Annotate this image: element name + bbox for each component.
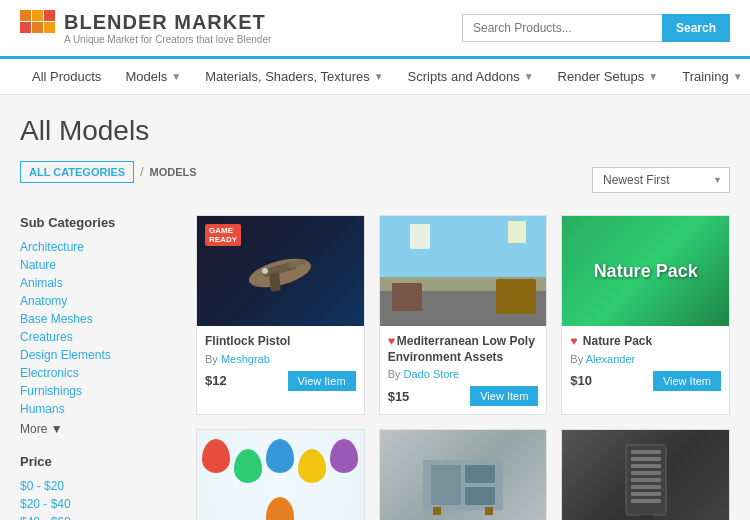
product-info-med: ♥Mediterranean Low Poly Environment Asse… (380, 326, 547, 414)
sidebar-item-base-meshes[interactable]: Base Meshes (20, 310, 180, 328)
product-card-flintlock: GAMEREADY Flintlock Pistol (196, 215, 365, 415)
svg-rect-18 (631, 450, 661, 454)
tvstand-svg (413, 445, 513, 520)
product-name-nature: ♥ Nature Pack (570, 334, 721, 350)
nav-all-products[interactable]: All Products (20, 59, 113, 94)
game-ready-badge: GAMEREADY (205, 224, 241, 246)
logo-title: BLENDER MARKET (64, 11, 271, 34)
author-link-dado[interactable]: Dado Store (404, 368, 460, 380)
balloon-green (234, 449, 262, 483)
nav-training[interactable]: Training ▼ (670, 59, 750, 94)
svg-rect-15 (433, 507, 441, 515)
nav-models[interactable]: Models ▼ (113, 59, 193, 94)
sidebar-item-furnishings[interactable]: Furnishings (20, 382, 180, 400)
sidebar-item-creatures[interactable]: Creatures (20, 328, 180, 346)
blender-logo-icon (20, 10, 56, 46)
product-info-flintlock: Flintlock Pistol By Meshgrab $12 View It… (197, 326, 364, 399)
search-area: Search (462, 14, 730, 42)
product-thumb-flintlock: GAMEREADY (197, 216, 364, 326)
svg-rect-12 (431, 465, 461, 505)
product-card-med: ♥Mediterranean Low Poly Environment Asse… (379, 215, 548, 415)
page-content: All Models ALL CATEGORIES / MODELS Newes… (0, 95, 750, 520)
view-item-button-flintlock[interactable]: View Item (288, 371, 356, 391)
svg-point-10 (262, 268, 268, 274)
breadcrumb-current: MODELS (150, 166, 197, 178)
author-link-alexander[interactable]: Alexander (586, 353, 636, 365)
nature-pack-text: Nature Pack (594, 261, 698, 282)
product-card-tvstand: tv stand 65 By Anuar 2018 $6 View Item (379, 429, 548, 520)
author-link-meshgrab[interactable]: Meshgrab (221, 353, 270, 365)
product-thumb-bugzapper (562, 430, 729, 520)
pistol-svg (240, 241, 320, 301)
sidebar-item-anatomy[interactable]: Anatomy (20, 292, 180, 310)
breadcrumb: ALL CATEGORIES / MODELS (20, 161, 197, 183)
main-nav: All Products Models ▼ Materials, Shaders… (0, 59, 750, 95)
product-footer-med: $15 View Item (388, 386, 539, 406)
product-thumb-nature: Nature Pack (562, 216, 729, 326)
heart-icon-med: ♥ (388, 334, 395, 348)
search-button[interactable]: Search (662, 14, 730, 42)
sidebar-item-design-elements[interactable]: Design Elements (20, 346, 180, 364)
sidebar-subcategories-title: Sub Categories (20, 215, 180, 230)
view-item-button-nature[interactable]: View Item (653, 371, 721, 391)
sidebar-price-0-20[interactable]: $0 - $20 (20, 477, 180, 495)
product-name-med: ♥Mediterranean Low Poly Environment Asse… (388, 334, 539, 365)
balloon-group (197, 439, 364, 520)
logo-text: BLENDER MARKET A Unique Market for Creat… (64, 11, 271, 45)
sidebar-item-animals[interactable]: Animals (20, 274, 180, 292)
nav-materials-arrow: ▼ (374, 71, 384, 82)
search-input[interactable] (462, 14, 662, 42)
product-card-nature: Nature Pack ♥ Nature Pack By Alexander $… (561, 215, 730, 415)
product-info-nature: ♥ Nature Pack By Alexander $10 View Item (562, 326, 729, 399)
svg-rect-23 (631, 485, 661, 489)
svg-rect-24 (631, 492, 661, 496)
sidebar-price-40-60[interactable]: $40 - $60 (20, 513, 180, 520)
nav-materials[interactable]: Materials, Shaders, Textures ▼ (193, 59, 395, 94)
sidebar-item-electronics[interactable]: Electronics (20, 364, 180, 382)
sidebar-item-humans[interactable]: Humans (20, 400, 180, 418)
svg-rect-14 (465, 487, 495, 505)
bugzapper-svg (611, 440, 681, 520)
sidebar-item-nature[interactable]: Nature (20, 256, 180, 274)
balloon-yellow (298, 449, 326, 483)
balloon-blue (266, 439, 294, 473)
nav-scripts[interactable]: Scripts and Addons ▼ (396, 59, 546, 94)
svg-rect-13 (465, 465, 495, 483)
product-name-flintlock: Flintlock Pistol (205, 334, 356, 350)
nav-render-arrow: ▼ (648, 71, 658, 82)
svg-rect-16 (485, 507, 493, 515)
svg-rect-25 (631, 499, 661, 503)
nav-render[interactable]: Render Setups ▼ (546, 59, 671, 94)
product-price-flintlock: $12 (205, 373, 227, 388)
breadcrumb-all-categories[interactable]: ALL CATEGORIES (20, 161, 134, 183)
product-card-balloons: Bunch of Balloons By francescomila $5 Vi… (196, 429, 365, 520)
product-author-nature: By Alexander (570, 353, 721, 365)
svg-rect-5 (44, 22, 55, 33)
svg-rect-1 (32, 10, 43, 21)
product-price-med: $15 (388, 389, 410, 404)
balloon-orange (266, 497, 294, 520)
sidebar-price-title: Price (20, 454, 180, 469)
balloon-red (202, 439, 230, 473)
sort-select[interactable]: Newest First Oldest First Price: Low to … (592, 167, 730, 193)
sidebar-price-20-40[interactable]: $20 - $40 (20, 495, 180, 513)
svg-rect-3 (20, 22, 31, 33)
heart-icon-nature: ♥ (570, 334, 577, 348)
header: BLENDER MARKET A Unique Market for Creat… (0, 0, 750, 59)
sidebar-more-button[interactable]: More ▼ (20, 422, 180, 436)
svg-rect-20 (631, 464, 661, 468)
sidebar-item-architecture[interactable]: Architecture (20, 238, 180, 256)
svg-rect-4 (32, 22, 43, 33)
sidebar: Sub Categories Architecture Nature Anima… (20, 215, 180, 520)
products-grid: GAMEREADY Flintlock Pistol (196, 215, 730, 520)
nav-models-arrow: ▼ (171, 71, 181, 82)
product-author-med: By Dado Store (388, 368, 539, 380)
svg-rect-21 (631, 471, 661, 475)
svg-rect-9 (270, 273, 282, 292)
product-price-nature: $10 (570, 373, 592, 388)
product-thumb-med (380, 216, 547, 326)
product-card-bugzapper: Bug Zapper By francescomila $5 View Item (561, 429, 730, 520)
view-item-button-med[interactable]: View Item (470, 386, 538, 406)
nav-scripts-arrow: ▼ (524, 71, 534, 82)
svg-rect-0 (20, 10, 31, 21)
